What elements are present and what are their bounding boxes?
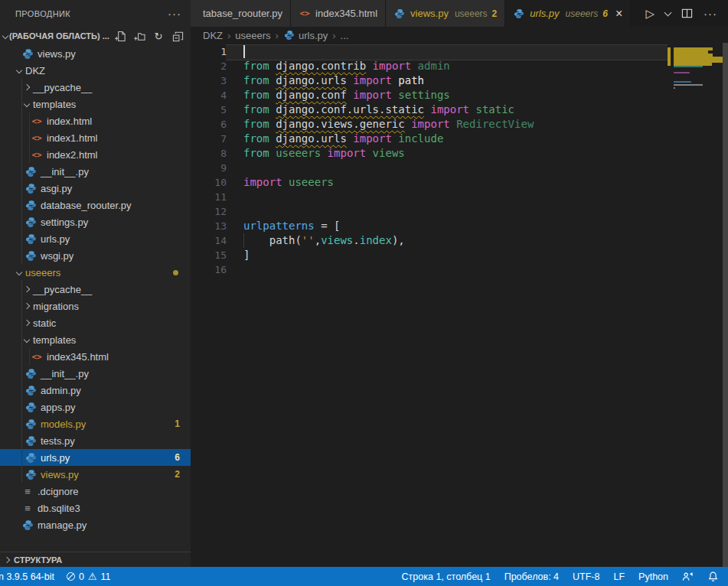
tree-item-label: index1.html (47, 132, 97, 144)
breadcrumb-item[interactable]: urls.py (283, 29, 328, 41)
bell-icon[interactable] (707, 571, 719, 582)
tab-detail: useeers (455, 8, 488, 19)
status-item[interactable]: LF (613, 571, 625, 582)
code-area[interactable]: 12from django.contrib import admin3from … (191, 44, 684, 277)
tab-urls.py[interactable]: urls.pyuseeers6× (505, 0, 631, 27)
status-item[interactable]: Строка 1, столбец 1 (402, 571, 491, 582)
indent-guide (29, 112, 30, 129)
python-interpreter-status[interactable]: n 3.9.5 64-bit (0, 571, 54, 582)
status-item[interactable]: UTF-8 (573, 571, 599, 582)
tree-item-views.py[interactable]: views.py2 (0, 466, 191, 483)
tree-item-__pycache__[interactable]: __pycache__ (0, 79, 191, 96)
run-dropdown-button[interactable] (665, 12, 671, 15)
python-icon (24, 233, 37, 245)
tree-item-index1.html[interactable]: <>index1.html (0, 129, 191, 146)
indent-guide (21, 348, 22, 365)
close-icon[interactable]: × (615, 8, 622, 20)
feedback-icon[interactable] (682, 571, 694, 582)
tree-item-__init__.py[interactable]: __init__.py (0, 365, 191, 382)
indent-guide (21, 449, 22, 466)
tree-item-admin.py[interactable]: admin.py (0, 382, 191, 399)
tree-item-settings.py[interactable]: settings.py (0, 213, 191, 230)
code-line-text: from django.urls import include (243, 132, 443, 146)
tree-item-templates[interactable]: templates (0, 96, 191, 112)
chevron-down-icon[interactable] (16, 67, 22, 73)
python-icon (24, 182, 37, 194)
tree-item-models.py[interactable]: models.py1 (0, 415, 191, 432)
tree-item-views.py[interactable]: views.py (0, 45, 191, 62)
new-folder-icon[interactable] (132, 29, 146, 43)
indent-guide (29, 146, 30, 163)
tab-views.py[interactable]: views.pyuseeers2 (386, 0, 505, 27)
workspace-label: (РАБОЧАЯ ОБЛАСТЬ) ... (9, 31, 109, 41)
minimap[interactable] (668, 43, 723, 135)
tree-item-label: urls.py (41, 233, 70, 245)
split-editor-button[interactable] (681, 8, 693, 19)
refresh-icon[interactable]: ↻ (152, 29, 165, 43)
tree-item-templates[interactable]: templates (0, 331, 191, 348)
tree-item-index2.html[interactable]: <>index2.html (0, 146, 191, 163)
tree-item-__pycache__[interactable]: __pycache__ (0, 281, 191, 298)
tree-item-asgi.py[interactable]: asgi.py (0, 180, 191, 197)
tab-tabase_roouter.py[interactable]: tabase_roouter.py (191, 0, 291, 27)
chevron-down-icon[interactable] (24, 101, 30, 107)
breadcrumb-item[interactable]: ... (341, 30, 349, 41)
python-icon (24, 165, 37, 177)
more-actions-button[interactable]: ··· (704, 7, 717, 20)
python-icon (21, 47, 34, 60)
tree-item-tests.py[interactable]: tests.py (0, 432, 191, 449)
run-button[interactable]: ▷ (645, 7, 655, 21)
tree-item-label: settings.py (41, 216, 88, 228)
breadcrumb-item[interactable]: DKZ (203, 30, 223, 41)
tree-item-__init__.py[interactable]: __init__.py (0, 163, 191, 180)
tab-detail: useeers (566, 8, 599, 19)
tree-item-migrations[interactable]: migrations (0, 298, 191, 314)
tree-item-urls.py[interactable]: urls.py6 (0, 449, 191, 466)
tab-index345.html[interactable]: <>index345.html (291, 0, 386, 27)
tree-item-index345.html[interactable]: <>index345.html (0, 348, 191, 365)
chevron-right-icon[interactable] (24, 303, 30, 309)
tree-item-index.html[interactable]: <>index.html (0, 112, 191, 129)
explorer-more-actions-button[interactable]: ··· (168, 7, 181, 20)
chevron-right-icon[interactable] (24, 320, 30, 326)
status-left: n 3.9.5 64-bit 0 ⚠ 11 (0, 571, 111, 582)
tree-item-DKZ[interactable]: DKZ (0, 62, 191, 79)
tree-item-.dcignore[interactable]: ≡.dcignore (0, 483, 191, 500)
tree-item-db.sqlite3[interactable]: ≡db.sqlite3 (0, 500, 191, 516)
outline-section-header[interactable]: СТРУКТУРА (0, 552, 191, 567)
tree-item-label: __init__.py (41, 368, 89, 379)
indent-guide (21, 180, 22, 197)
tree-item-label: templates (33, 99, 76, 110)
tree-item-wsgi.py[interactable]: wsgi.py (0, 247, 191, 264)
code-line-3: 3from django.urls import path (191, 73, 684, 88)
tree-item-manage.py[interactable]: manage.py (0, 516, 191, 533)
breadcrumb-item-label: ... (341, 30, 349, 41)
workspace-section-header[interactable]: (РАБОЧАЯ ОБЛАСТЬ) ... ↻ (0, 27, 191, 45)
tab-label: views.py (410, 8, 449, 19)
tree-item-urls.py[interactable]: urls.py (0, 230, 191, 247)
indent-guide (21, 247, 22, 264)
indent-guide (21, 163, 22, 180)
status-item[interactable]: Пробелов: 4 (504, 571, 559, 582)
scrollbar[interactable] (723, 43, 728, 567)
breadcrumb-item[interactable]: useeers (235, 30, 270, 41)
new-file-icon[interactable] (113, 29, 127, 43)
tree-item-static[interactable]: static (0, 314, 191, 331)
chevron-down-icon[interactable] (16, 269, 22, 275)
tree-item-database_roouter.py[interactable]: database_roouter.py (0, 197, 191, 213)
tree-item-label: db.sqlite3 (38, 503, 80, 514)
chevron-right-icon (4, 556, 10, 562)
tree-item-apps.py[interactable]: apps.py (0, 399, 191, 415)
chevron-right-icon[interactable] (24, 84, 30, 90)
html-icon: <> (31, 132, 43, 144)
problems-status[interactable]: 0 ⚠ 11 (67, 571, 111, 582)
chevron-down-icon[interactable] (24, 337, 30, 343)
code-line-text: from django.conf.urls.static import stat… (243, 103, 514, 117)
tree-item-useeers[interactable]: useeers (0, 264, 191, 281)
tree-item-label: DKZ (25, 65, 45, 77)
tree-item-label: useeers (25, 267, 60, 278)
collapse-all-icon[interactable] (171, 29, 184, 43)
status-item[interactable]: Python (638, 571, 668, 582)
chevron-right-icon[interactable] (24, 286, 30, 292)
error-icon (67, 572, 75, 581)
